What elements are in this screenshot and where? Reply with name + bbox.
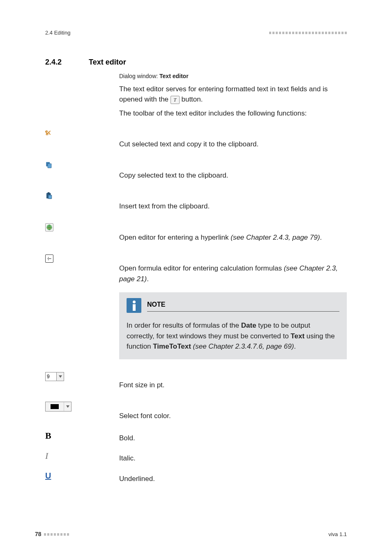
- page-footer: 78 viva 1.1: [35, 530, 347, 539]
- page-header: 2.4 Editing: [45, 29, 347, 37]
- header-decoration: [269, 32, 347, 34]
- chevron-down-icon: [64, 402, 71, 411]
- cut-description: Cut selected text and copy it to the cli…: [119, 130, 347, 150]
- breadcrumb: 2.4 Editing: [45, 29, 70, 37]
- color-swatch: [46, 402, 64, 411]
- svg-point-8: [48, 259, 49, 260]
- formula-icon: [45, 254, 53, 263]
- note-body: In order for results of formulas of the …: [127, 320, 339, 352]
- product-name: viva 1.1: [328, 530, 347, 539]
- svg-rect-1: [48, 164, 51, 168]
- intro-para-2: The toolbar of the text editor includes …: [119, 108, 347, 119]
- formula-description: Open formula editor for entering calcula…: [119, 254, 347, 284]
- font-size-value: 9: [46, 372, 56, 381]
- font-color-description: Select font color.: [119, 402, 347, 421]
- copy-description: Copy selected text to the clipboard.: [119, 161, 347, 181]
- section-title: Text editor: [89, 57, 126, 68]
- text-editor-open-button-icon: T: [171, 96, 180, 104]
- italic-icon: I: [45, 449, 48, 462]
- chevron-down-icon: [56, 372, 64, 381]
- intro-para-1: The text editor serves for entering form…: [119, 84, 347, 105]
- paste-icon: [45, 192, 53, 199]
- scissors-icon: [45, 130, 53, 138]
- svg-rect-3: [48, 192, 50, 194]
- note-title: NOTE: [147, 301, 165, 308]
- italic-description: Italic.: [119, 449, 347, 464]
- underline-description: Underlined.: [119, 469, 347, 484]
- svg-point-7: [48, 257, 49, 258]
- note-box: NOTE In order for results of formulas of…: [119, 292, 347, 359]
- font-size-dropdown[interactable]: 9: [45, 372, 64, 381]
- hyperlink-description: Open editor for entering a hyperlink (se…: [119, 223, 347, 243]
- svg-rect-4: [48, 195, 52, 199]
- font-color-dropdown[interactable]: [45, 402, 71, 412]
- bold-description: Bold.: [119, 429, 347, 444]
- dialog-window-line: Dialog window: Text editor: [119, 72, 347, 81]
- section-number: 2.4.2: [45, 57, 82, 68]
- bold-icon: B: [45, 429, 51, 442]
- hyperlink-icon: [45, 223, 53, 231]
- paste-description: Insert text from the clipboard.: [119, 192, 347, 212]
- section-heading: 2.4.2 Text editor: [45, 57, 347, 68]
- underline-icon: U: [45, 469, 51, 482]
- info-icon: [127, 298, 141, 313]
- font-size-description: Font size in pt.: [119, 371, 347, 391]
- page-number: 78: [35, 530, 42, 539]
- footer-decoration: [44, 533, 69, 536]
- copy-icon: [45, 161, 53, 169]
